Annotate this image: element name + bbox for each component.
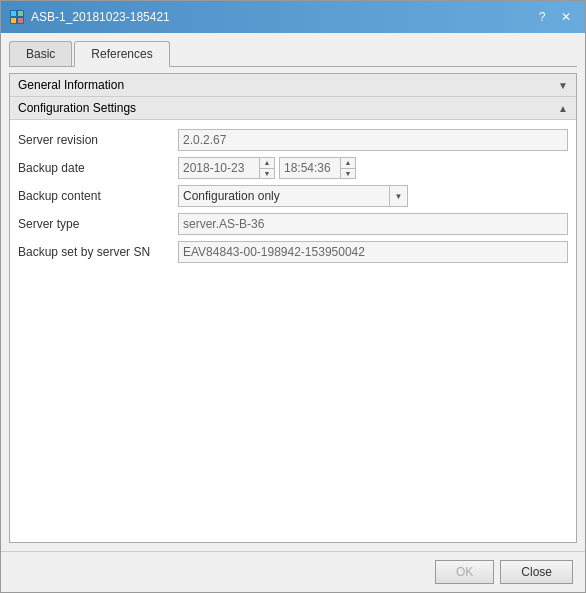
window-title: ASB-1_20181023-185421 <box>31 10 170 24</box>
date-input-wrap: ▲ ▼ <box>178 157 275 179</box>
server-revision-value <box>178 129 568 151</box>
date-time-group: ▲ ▼ ▲ ▼ <box>178 157 568 179</box>
server-revision-input <box>178 129 568 151</box>
section-general-header[interactable]: General Information ▼ <box>10 74 576 97</box>
section-general-label: General Information <box>18 78 124 92</box>
time-input <box>280 159 340 177</box>
section-configuration-label: Configuration Settings <box>18 101 136 115</box>
backup-date-row: Backup date ▲ ▼ <box>10 154 576 182</box>
window-close-button[interactable]: ✕ <box>555 6 577 28</box>
date-input <box>179 159 259 177</box>
dialog-content: Basic References General Information ▼ C… <box>1 33 585 551</box>
svg-rect-2 <box>18 11 23 16</box>
backup-content-dropdown-arrow[interactable]: ▼ <box>389 185 407 207</box>
tab-basic[interactable]: Basic <box>9 41 72 66</box>
backup-content-select[interactable]: Configuration only Full backup Data only <box>179 187 389 205</box>
section-configuration-chevron: ▲ <box>558 103 568 114</box>
server-type-row: Server type <box>10 210 576 238</box>
server-type-label: Server type <box>18 217 178 231</box>
svg-rect-4 <box>18 18 23 23</box>
backup-set-label: Backup set by server SN <box>18 245 178 259</box>
backup-content-value: Configuration only Full backup Data only… <box>178 185 568 207</box>
backup-date-value: ▲ ▼ ▲ ▼ <box>178 157 568 179</box>
tab-references[interactable]: References <box>74 41 169 67</box>
title-bar-left: ASB-1_20181023-185421 <box>9 9 170 25</box>
dialog-window: ASB-1_20181023-185421 ? ✕ Basic Referenc… <box>0 0 586 593</box>
app-icon <box>9 9 25 25</box>
server-revision-row: Server revision <box>10 126 576 154</box>
svg-rect-3 <box>11 18 16 23</box>
time-input-wrap: ▲ ▼ <box>279 157 356 179</box>
svg-rect-1 <box>11 11 16 16</box>
backup-content-label: Backup content <box>18 189 178 203</box>
section-general-chevron: ▼ <box>558 80 568 91</box>
content-area: General Information ▼ Configuration Sett… <box>9 73 577 543</box>
ok-button[interactable]: OK <box>435 560 494 584</box>
title-bar-buttons: ? ✕ <box>531 6 577 28</box>
server-type-value <box>178 213 568 235</box>
server-type-input <box>178 213 568 235</box>
date-spin-up[interactable]: ▲ <box>260 157 274 169</box>
time-spin-down[interactable]: ▼ <box>341 169 355 180</box>
backup-set-value <box>178 241 568 263</box>
date-spin[interactable]: ▲ ▼ <box>259 157 274 179</box>
time-spin[interactable]: ▲ ▼ <box>340 157 355 179</box>
backup-content-row: Backup content Configuration only Full b… <box>10 182 576 210</box>
dialog-footer: OK Close <box>1 551 585 592</box>
backup-content-select-wrap: Configuration only Full backup Data only… <box>178 185 408 207</box>
server-revision-label: Server revision <box>18 133 178 147</box>
section-configuration-header[interactable]: Configuration Settings ▲ <box>10 97 576 120</box>
title-bar: ASB-1_20181023-185421 ? ✕ <box>1 1 585 33</box>
tab-bar: Basic References <box>9 41 577 67</box>
backup-date-label: Backup date <box>18 161 178 175</box>
configuration-form: Server revision Backup date ▲ <box>10 120 576 272</box>
close-button[interactable]: Close <box>500 560 573 584</box>
date-spin-down[interactable]: ▼ <box>260 169 274 180</box>
help-button[interactable]: ? <box>531 6 553 28</box>
backup-set-row: Backup set by server SN <box>10 238 576 266</box>
backup-set-input <box>178 241 568 263</box>
time-spin-up[interactable]: ▲ <box>341 157 355 169</box>
